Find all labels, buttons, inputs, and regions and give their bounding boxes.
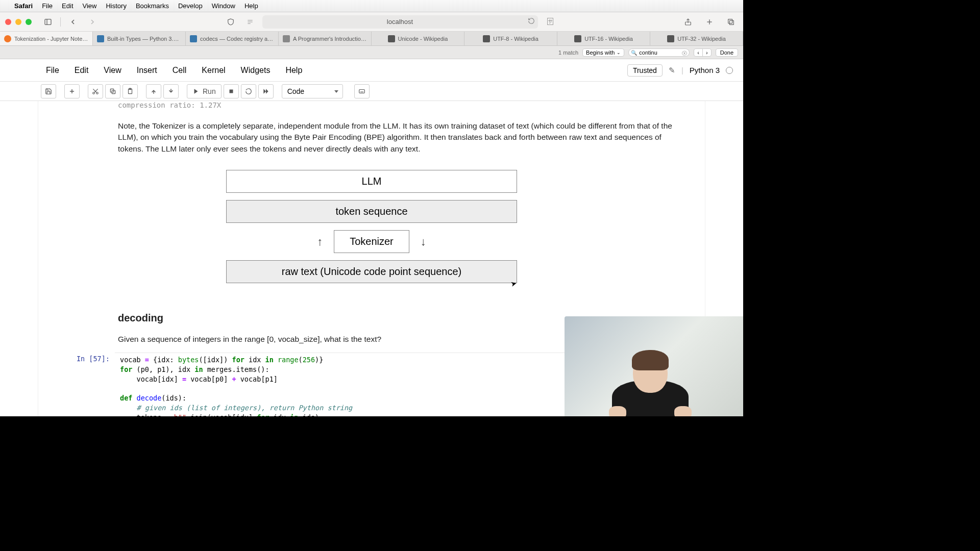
browser-tab[interactable]: codecs — Codec registry and b... <box>186 32 279 45</box>
menu-history[interactable]: History <box>106 2 126 10</box>
restart-button[interactable] <box>241 84 256 98</box>
jp-menu-help[interactable]: Help <box>285 66 302 75</box>
favicon-icon <box>574 35 581 42</box>
command-palette-button[interactable] <box>354 84 370 98</box>
new-tab-button[interactable] <box>702 16 717 28</box>
svg-rect-9 <box>729 20 733 24</box>
browser-tab[interactable]: Tokenization - Jupyter Notebook <box>0 32 93 45</box>
favicon-icon <box>667 35 674 42</box>
search-icon: 🔍 <box>631 50 637 56</box>
jupyter-toolbar: Run Code <box>0 82 743 101</box>
diagram-box-tokenizer: Tokenizer <box>334 230 409 253</box>
diagram-box-raw: raw text (Unicode code point sequence) <box>226 260 517 283</box>
jp-menu-cell[interactable]: Cell <box>173 66 187 75</box>
find-nav: ‹ › <box>694 48 711 57</box>
add-cell-button[interactable] <box>64 84 80 98</box>
close-window-button[interactable] <box>5 19 11 25</box>
browser-tab[interactable]: UTF-16 - Wikipedia <box>557 32 650 45</box>
find-done-button[interactable]: Done <box>716 48 738 57</box>
find-bar: 1 match Begins with⌄ 🔍 continu ⓧ ‹ › Don… <box>0 46 743 59</box>
svg-marker-25 <box>266 89 268 93</box>
browser-tab[interactable]: UTF-32 - Wikipedia <box>650 32 743 45</box>
trusted-indicator[interactable]: Trusted <box>627 64 663 77</box>
arrow-up-icon: ↑ <box>317 235 323 248</box>
jp-menu-view[interactable]: View <box>104 66 121 75</box>
translate-icon[interactable]: 🈂︎ <box>543 16 557 28</box>
reload-icon[interactable] <box>528 17 535 26</box>
macos-menubar: Safari File Edit View History Bookmarks … <box>0 0 743 12</box>
svg-rect-23 <box>229 89 233 93</box>
browser-tab[interactable]: A Programmer's Introduction to... <box>279 32 372 45</box>
svg-point-13 <box>96 92 99 94</box>
favicon-icon <box>190 35 197 42</box>
diagram-box-llm: LLM <box>226 170 517 193</box>
svg-rect-8 <box>728 19 732 23</box>
find-input[interactable]: 🔍 continu ⓧ <box>628 48 690 57</box>
favicon-icon <box>388 35 395 42</box>
tab-strip: Tokenization - Jupyter Notebook Built-in… <box>0 32 743 46</box>
picture-in-picture-video[interactable] <box>565 316 743 416</box>
jp-menu-widgets[interactable]: Widgets <box>241 66 271 75</box>
run-button[interactable]: Run <box>187 84 222 98</box>
notebook-content[interactable]: compression ratio: 1.27X Note, the Token… <box>0 101 743 416</box>
kernel-name[interactable]: Python 3 <box>690 66 720 74</box>
browser-tab[interactable]: UTF-8 - Wikipedia <box>464 32 557 45</box>
find-next-button[interactable]: › <box>703 49 711 56</box>
save-button[interactable] <box>41 84 56 98</box>
menu-file[interactable]: File <box>42 2 53 10</box>
favicon-icon <box>283 35 290 42</box>
privacy-shield-icon[interactable] <box>224 16 238 28</box>
minimize-window-button[interactable] <box>15 19 21 25</box>
app-menu[interactable]: Safari <box>14 2 33 10</box>
window-controls <box>5 19 32 25</box>
svg-rect-26 <box>359 89 364 93</box>
arrow-down-icon: ↓ <box>421 235 426 248</box>
copy-button[interactable] <box>105 84 120 98</box>
browser-tab[interactable]: Unicode - Wikipedia <box>372 32 464 45</box>
move-up-button[interactable] <box>146 84 161 98</box>
sidebar-toggle-button[interactable] <box>41 16 55 28</box>
safari-toolbar: localhost 🈂︎ <box>0 12 743 32</box>
markdown-cell: Note, the Tokenizer is a completely sepa… <box>38 111 705 160</box>
kernel-status-icon <box>726 67 733 74</box>
clear-icon[interactable]: ⓧ <box>682 50 687 57</box>
find-prev-button[interactable]: ‹ <box>694 49 703 56</box>
move-down-button[interactable] <box>163 84 179 98</box>
jupyter-menubar: File Edit View Insert Cell Kernel Widget… <box>0 59 743 82</box>
menu-edit[interactable]: Edit <box>62 2 73 10</box>
menu-help[interactable]: Help <box>244 2 258 10</box>
menu-window[interactable]: Window <box>212 2 235 10</box>
browser-tab[interactable]: Built-in Types — Python 3.12.2... <box>93 32 186 45</box>
address-bar[interactable]: localhost <box>262 15 538 29</box>
menu-develop[interactable]: Develop <box>178 2 203 10</box>
cut-button[interactable] <box>88 84 103 98</box>
find-match-count: 1 match <box>558 49 578 56</box>
back-button[interactable] <box>66 16 80 28</box>
tab-overview-button[interactable] <box>724 16 738 28</box>
interrupt-button[interactable] <box>224 84 239 98</box>
jp-menu-edit[interactable]: Edit <box>75 66 89 75</box>
url-text: localhost <box>387 18 413 26</box>
notebook-page: File Edit View Insert Cell Kernel Widget… <box>0 59 743 416</box>
cell-output-text: compression ratio: 1.27X <box>38 101 705 111</box>
svg-point-12 <box>93 92 95 94</box>
svg-marker-24 <box>263 89 266 93</box>
cell-type-select[interactable]: Code <box>282 84 343 98</box>
share-button[interactable] <box>681 16 695 28</box>
menu-view[interactable]: View <box>83 2 97 10</box>
edit-icon[interactable]: ✎ <box>669 66 675 75</box>
menu-bookmarks[interactable]: Bookmarks <box>136 2 169 10</box>
restart-run-all-button[interactable] <box>258 84 274 98</box>
reader-button[interactable] <box>243 16 257 28</box>
jp-menu-file[interactable]: File <box>46 66 59 75</box>
input-prompt: In [57]: <box>38 353 115 416</box>
fullscreen-window-button[interactable] <box>26 19 32 25</box>
jp-menu-kernel[interactable]: Kernel <box>202 66 225 75</box>
diagram-box-tokens: token sequence <box>226 200 517 223</box>
paste-button[interactable] <box>122 84 138 98</box>
favicon-icon <box>483 35 490 42</box>
chevron-down-icon: ⌄ <box>617 50 621 55</box>
jp-menu-insert[interactable]: Insert <box>137 66 157 75</box>
find-mode-select[interactable]: Begins with⌄ <box>582 48 624 57</box>
forward-button[interactable] <box>85 16 100 28</box>
